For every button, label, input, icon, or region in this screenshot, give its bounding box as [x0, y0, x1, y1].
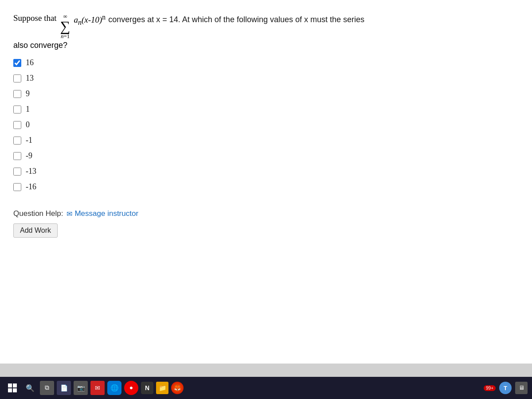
choice-item-0[interactable]: 0 [13, 120, 519, 129]
choice-label-0: 0 [26, 120, 30, 129]
message-instructor-link[interactable]: ✉ Message instructor [66, 209, 138, 218]
message-instructor-label: Message instructor [74, 209, 138, 218]
add-work-button[interactable]: Add Work [13, 223, 58, 238]
checkbox-9[interactable] [13, 90, 21, 98]
choice-item-1[interactable]: 1 [13, 105, 519, 114]
choice-label-1: 1 [26, 105, 30, 114]
obs-icon[interactable]: ● [124, 381, 138, 395]
choice-item--16[interactable]: -16 [13, 182, 519, 192]
checkbox--1[interactable] [13, 137, 21, 145]
camera-icon[interactable]: 📷 [74, 381, 88, 395]
task-view-icon[interactable]: ⧉ [40, 381, 54, 395]
suppose-label: Suppose that [13, 13, 57, 23]
question-line1: Suppose that ∞ ∑ n=1 an(x‑10)n converges… [13, 13, 519, 39]
choice-label-9: 9 [26, 89, 30, 98]
choice-label-16: 16 [26, 58, 34, 67]
taskbar-mail-icon[interactable]: ✉ [90, 381, 105, 395]
checkbox--16[interactable] [13, 183, 21, 191]
choices-list: 1613910-1-9-13-16 [13, 58, 519, 192]
checkbox-16[interactable] [13, 59, 21, 67]
firefox-icon[interactable]: 🦊 [171, 382, 184, 394]
checkbox-1[interactable] [13, 106, 21, 113]
checkbox--13[interactable] [13, 168, 21, 176]
notepad-icon[interactable]: 📄 [57, 381, 71, 395]
taskbar-right: 99+ T 🖥 [484, 382, 528, 394]
choice-label--13: -13 [26, 167, 36, 176]
n-icon[interactable]: N [141, 382, 153, 394]
converges-text: converges at x = 14. At which of the fol… [108, 13, 364, 26]
choice-label--16: -16 [26, 182, 36, 192]
choice-item--9[interactable]: -9 [13, 151, 519, 160]
choice-label-13: 13 [26, 74, 34, 83]
mail-icon: ✉ [66, 210, 72, 218]
folder-icon[interactable]: 📁 [156, 382, 168, 394]
question-help-label: Question Help: [13, 209, 63, 218]
also-converge-text: also converge? [13, 41, 519, 50]
choice-label--9: -9 [26, 151, 32, 160]
windows-icon[interactable] [4, 380, 20, 396]
taskbar: 🔍 ⧉ 📄 📷 ✉ 🌐 ● N 📁 🦊 99+ T 🖥 [0, 377, 532, 399]
choice-item-16[interactable]: 16 [13, 58, 519, 67]
choice-label--1: -1 [26, 136, 32, 145]
main-content: Suppose that ∞ ∑ n=1 an(x‑10)n converges… [0, 0, 532, 364]
choice-item--13[interactable]: -13 [13, 167, 519, 176]
monitor-icon[interactable]: 🖥 [515, 382, 528, 394]
search-icon[interactable]: 🔍 [23, 381, 37, 395]
edge-icon[interactable]: 🌐 [107, 381, 121, 395]
checkbox-13[interactable] [13, 74, 21, 82]
checkbox--9[interactable] [13, 152, 21, 160]
t-icon[interactable]: T [499, 382, 512, 394]
choice-item-9[interactable]: 9 [13, 89, 519, 98]
choice-item--1[interactable]: -1 [13, 136, 519, 145]
choice-item-13[interactable]: 13 [13, 74, 519, 83]
checkbox-0[interactable] [13, 121, 21, 129]
question-help: Question Help: ✉ Message instructor [13, 209, 519, 218]
series-expression: an(x‑10)n [74, 13, 106, 27]
notification-badge: 99+ [484, 385, 496, 391]
sigma-notation: ∞ ∑ n=1 [60, 13, 70, 39]
